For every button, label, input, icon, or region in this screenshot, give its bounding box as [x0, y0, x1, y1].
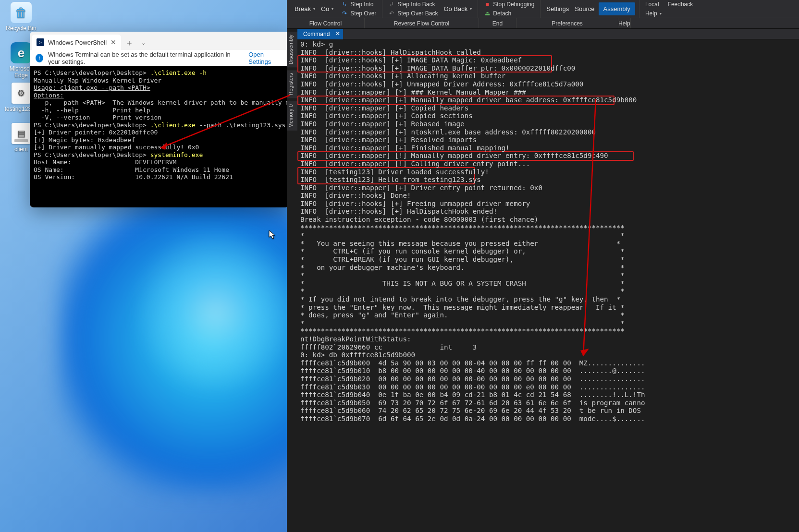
windbg-subbar: Flow Control Reverse Flow Control End Pr…	[287, 18, 799, 29]
tab-powershell[interactable]: ≥ Windows PowerShell ✕	[32, 35, 121, 50]
step-into-icon: ↳	[341, 1, 348, 8]
edge-icon: e	[11, 42, 32, 63]
detach-icon: ⏏	[484, 10, 491, 17]
feedback-button[interactable]: Feedback	[666, 0, 695, 9]
new-tab-button[interactable]: ＋	[122, 36, 136, 50]
help-button[interactable]: Help▾	[643, 9, 695, 18]
subbar-reverse-flow: Reverse Flow Control	[365, 18, 479, 28]
step-into-back-icon: ↲	[388, 1, 395, 8]
wallpaper-bloom-bright	[125, 221, 307, 403]
open-settings-link[interactable]: Open Settings	[248, 51, 283, 65]
settings-button[interactable]: Settings	[544, 4, 571, 13]
step-into-back-button[interactable]: ↲Step Into Back	[386, 0, 440, 9]
step-over-back-icon: ↶	[388, 10, 395, 17]
exe-icon: ▤	[12, 123, 31, 144]
go-button[interactable]: Go▾	[319, 4, 335, 13]
assembly-button[interactable]: Assembly	[599, 2, 635, 15]
command-tab[interactable]: Command ✕	[297, 29, 343, 39]
subbar-help: Help	[618, 18, 631, 28]
side-tabs: Disassembly Registers Memory 0	[287, 30, 297, 131]
powershell-icon: ≥	[37, 38, 44, 46]
stop-icon: ■	[484, 1, 491, 8]
terminal-output[interactable]: PS C:\Users\developer\Desktop> .\client.…	[30, 66, 289, 207]
go-back-button[interactable]: Go Back▾	[442, 4, 474, 13]
command-output[interactable]: 0: kd> gINFO [driver::hooks] HalDispatch…	[297, 39, 799, 532]
desktop-label: Recycle Bin	[3, 25, 39, 32]
step-into-button[interactable]: ↳Step Into	[339, 0, 378, 9]
step-over-button[interactable]: ↷Step Over	[339, 9, 378, 18]
info-bar: i Windows Terminal can be set as the def…	[30, 50, 289, 66]
powershell-window[interactable]: ≥ Windows PowerShell ✕ ＋ ⌄ i Windows Ter…	[30, 32, 289, 207]
info-icon: i	[36, 54, 43, 62]
tab-disassembly[interactable]: Disassembly	[287, 32, 297, 67]
local-button[interactable]: Local	[643, 0, 661, 9]
file-icon: ⚙	[12, 83, 31, 104]
close-icon[interactable]: ✕	[335, 30, 340, 37]
detach-button[interactable]: ⏏Detach	[482, 9, 536, 18]
command-panel-header: Command ✕	[297, 29, 799, 39]
stop-debugging-button[interactable]: ■Stop Debugging	[482, 0, 536, 9]
mouse-cursor	[269, 230, 276, 240]
step-over-icon: ↷	[341, 10, 348, 17]
subbar-flow: Flow Control	[287, 18, 365, 28]
subbar-end: End	[479, 18, 516, 28]
close-icon[interactable]: ✕	[111, 38, 116, 46]
source-button[interactable]: Source	[573, 4, 596, 13]
subbar-prefs: Preferences	[516, 18, 618, 28]
recycle-bin-icon: 🗑	[11, 2, 32, 23]
tab-registers[interactable]: Registers	[287, 70, 297, 98]
step-over-back-button[interactable]: ↶Step Over Back	[386, 9, 440, 18]
info-text: Windows Terminal can be set as the defau…	[48, 51, 244, 65]
tab-bar: ≥ Windows PowerShell ✕ ＋ ⌄	[30, 32, 289, 50]
tab-dropdown[interactable]: ⌄	[137, 36, 149, 50]
windbg-window[interactable]: Break▾ Go▾ ↳Step Into ↷Step Over ↲Step I…	[287, 0, 799, 532]
break-button[interactable]: Break▾	[293, 4, 317, 13]
desktop-icon-recycle-bin[interactable]: 🗑 Recycle Bin	[3, 2, 39, 32]
tab-title: Windows PowerShell	[48, 39, 107, 46]
windbg-toolbar: Break▾ Go▾ ↳Step Into ↷Step Over ↲Step I…	[287, 0, 799, 18]
tab-memory0[interactable]: Memory 0	[287, 101, 297, 131]
